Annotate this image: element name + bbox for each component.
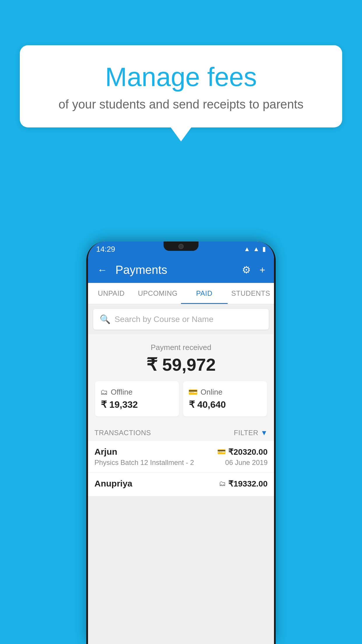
payment-breakdown: 🗂 Offline ₹ 19,332 💳 Online ₹ 40,640: [95, 381, 267, 416]
transaction-amount-2: ₹19332.00: [228, 479, 268, 489]
transaction-type-icon-1: 💳: [217, 448, 226, 456]
tab-upcoming[interactable]: UPCOMING: [135, 283, 181, 304]
payment-summary: Payment received ₹ 59,972 🗂 Offline ₹ 19…: [88, 334, 274, 423]
phone-frame: 14:29 ▲ ▲ ▮ ← Payments ⚙ + UNPAID UPCOMI…: [86, 242, 276, 644]
transaction-amount-wrap-2: 🗂 ₹19332.00: [219, 479, 268, 489]
info-bubble-card: Manage fees of your students and send re…: [20, 45, 342, 127]
transaction-course-1: Physics Batch 12 Installment - 2: [94, 459, 194, 467]
battery-icon: ▮: [262, 245, 266, 253]
tab-paid[interactable]: PAID: [181, 283, 228, 304]
transaction-item-arjun[interactable]: Arjun 💳 ₹20320.00 Physics Batch 12 Insta…: [88, 441, 274, 473]
filter-icon: ▼: [261, 429, 268, 437]
phone-camera: [178, 244, 184, 249]
transaction-list: Arjun 💳 ₹20320.00 Physics Batch 12 Insta…: [88, 441, 274, 496]
payment-total-amount: ₹ 59,972: [94, 354, 268, 375]
bubble-title: Manage fees: [34, 63, 328, 92]
transaction-amount-1: ₹20320.00: [228, 447, 268, 457]
transaction-type-icon-2: 🗂: [219, 480, 226, 488]
wifi-icon: ▲: [244, 245, 250, 253]
transaction-date-1: 06 June 2019: [225, 459, 268, 467]
online-header: 💳 Online: [188, 388, 222, 397]
tabs-bar: UNPAID UPCOMING PAID STUDENTS: [88, 283, 274, 304]
transaction-item-anupriya[interactable]: Anupriya 🗂 ₹19332.00: [88, 473, 274, 496]
status-time: 14:29: [96, 245, 115, 254]
filter-button[interactable]: FILTER ▼: [234, 429, 268, 437]
online-amount: ₹ 40,640: [188, 399, 226, 410]
signal-icon: ▲: [253, 245, 259, 253]
transaction-row-2: Anupriya 🗂 ₹19332.00: [94, 479, 268, 489]
offline-header: 🗂 Offline: [100, 388, 133, 397]
app-bar: ← Payments ⚙ +: [88, 257, 274, 283]
phone-notch: [164, 242, 198, 251]
status-icons: ▲ ▲ ▮: [244, 245, 266, 253]
transaction-detail-1: Physics Batch 12 Installment - 2 06 June…: [94, 459, 268, 467]
online-icon: 💳: [188, 388, 198, 397]
search-placeholder: Search by Course or Name: [115, 315, 213, 324]
offline-icon: 🗂: [100, 388, 108, 397]
phone-screen: 14:29 ▲ ▲ ▮ ← Payments ⚙ + UNPAID UPCOMI…: [88, 242, 274, 644]
add-button[interactable]: +: [258, 262, 267, 277]
bubble-subtitle: of your students and send receipts to pa…: [34, 97, 328, 111]
tab-students[interactable]: STUDENTS: [228, 283, 274, 304]
offline-amount: ₹ 19,332: [100, 399, 138, 410]
transactions-label: TRANSACTIONS: [94, 429, 151, 437]
transaction-name-1: Arjun: [94, 447, 117, 457]
payment-received-label: Payment received: [94, 343, 268, 352]
transaction-amount-wrap-1: 💳 ₹20320.00: [217, 447, 268, 457]
online-label: Online: [201, 388, 222, 397]
online-payment-card: 💳 Online ₹ 40,640: [183, 381, 267, 416]
filter-label: FILTER: [234, 429, 258, 437]
back-button[interactable]: ←: [95, 262, 110, 278]
offline-payment-card: 🗂 Offline ₹ 19,332: [95, 381, 179, 416]
tab-unpaid[interactable]: UNPAID: [88, 283, 135, 304]
search-icon: 🔍: [100, 314, 110, 324]
search-bar[interactable]: 🔍 Search by Course or Name: [93, 309, 269, 330]
transaction-name-2: Anupriya: [94, 479, 132, 489]
app-bar-actions: ⚙ +: [240, 262, 267, 277]
app-title: Payments: [115, 263, 234, 276]
settings-button[interactable]: ⚙: [240, 262, 252, 277]
offline-label: Offline: [111, 388, 133, 397]
transaction-row-1: Arjun 💳 ₹20320.00: [94, 447, 268, 457]
transactions-header: TRANSACTIONS FILTER ▼: [88, 423, 274, 441]
